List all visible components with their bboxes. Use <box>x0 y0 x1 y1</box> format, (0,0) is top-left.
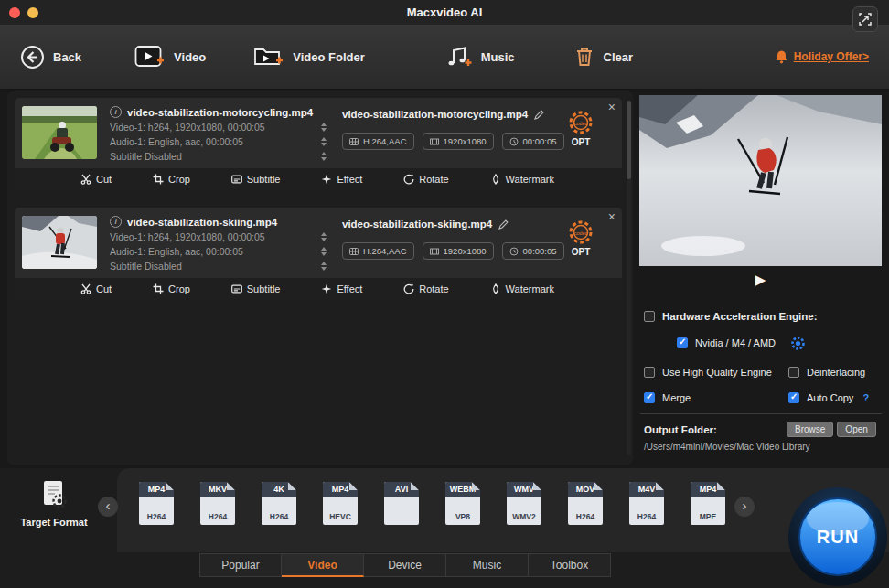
format-avi[interactable]: AVI <box>377 482 426 525</box>
window-controls <box>9 7 38 18</box>
crop-button[interactable]: Crop <box>153 283 190 294</box>
format-list: MP4H264 MKVH264 4KH264 MP4HEVC AVI WEBMV… <box>132 482 733 525</box>
effect-button[interactable]: Effect <box>321 174 362 185</box>
trash-icon <box>573 45 595 69</box>
format-4k-h264[interactable]: 4KH264 <box>254 482 304 525</box>
film-icon <box>430 137 439 146</box>
merge-label: Merge <box>662 392 691 403</box>
scroll-formats-right-button[interactable]: › <box>734 497 755 517</box>
add-music-icon <box>445 45 473 69</box>
gpu-settings-gear-icon[interactable] <box>790 336 806 351</box>
run-button-ring: RUN <box>788 487 887 586</box>
clear-button[interactable]: Clear <box>573 45 634 69</box>
effect-button[interactable]: Effect <box>321 283 362 294</box>
screen-capture-icon[interactable] <box>852 6 878 32</box>
rotate-button[interactable]: Rotate <box>403 283 448 294</box>
add-video-label: Video <box>174 50 206 64</box>
format-wmv-wmv2[interactable]: WMVWMV2 <box>499 482 549 525</box>
tab-popular[interactable]: Popular <box>199 553 282 577</box>
clock-icon <box>509 137 519 146</box>
add-video-button[interactable]: Video <box>134 45 206 69</box>
watermark-button[interactable]: Watermark <box>490 283 554 294</box>
cut-button[interactable]: Cut <box>80 174 112 185</box>
format-webm-vp8[interactable]: WEBMVP8 <box>438 482 487 525</box>
format-mkv-h264[interactable]: MKVH264 <box>193 482 242 525</box>
audio-track-stepper[interactable] <box>321 137 329 146</box>
codec-grid-icon <box>349 137 359 146</box>
format-mp4-hevc[interactable]: MP4HEVC <box>316 482 365 525</box>
back-button[interactable]: Back <box>20 45 81 69</box>
add-video-folder-button[interactable]: Video Folder <box>253 45 365 69</box>
svg-text:codec: codec <box>574 121 588 126</box>
info-icon[interactable]: i <box>110 106 122 118</box>
video-preview[interactable] <box>639 95 882 266</box>
run-button[interactable]: RUN <box>798 497 877 576</box>
holiday-offer-link[interactable]: Holiday Offer> <box>775 49 869 64</box>
scrollbar-handle[interactable] <box>627 101 631 179</box>
format-mp4-mpe[interactable]: MP4MPE <box>683 482 733 525</box>
tab-popular-label: Popular <box>221 559 259 572</box>
audio-track-label: Audio-1: English, aac, 00:00:05 <box>110 136 243 147</box>
watermark-button[interactable]: Watermark <box>490 174 554 185</box>
resolution-chip: 1920x1080 <box>423 242 494 260</box>
auto-copy-checkbox[interactable] <box>788 392 799 403</box>
quality-row: Use High Quality Engine Deinterlacing <box>644 365 884 380</box>
remove-file-button[interactable]: × <box>608 101 616 113</box>
codec-chip: H.264,AAC <box>342 133 414 150</box>
play-button[interactable]: ▶ <box>755 272 766 288</box>
subtitle-button[interactable]: Subtitle <box>231 174 281 185</box>
rename-pencil-icon[interactable] <box>534 110 544 120</box>
format-mov-h264[interactable]: MOVH264 <box>561 482 610 525</box>
audio-track-stepper[interactable] <box>321 247 329 256</box>
video-track-stepper[interactable] <box>321 232 329 241</box>
clear-label: Clear <box>604 50 634 64</box>
codec-chip: H.264,AAC <box>342 242 414 260</box>
gpu-checkbox[interactable] <box>677 337 688 348</box>
merge-checkbox[interactable] <box>644 392 655 403</box>
tab-device[interactable]: Device <box>364 553 446 577</box>
file-card-motorcycling: i video-stabilization-motorcycling.mp4 V… <box>15 98 622 189</box>
opt-label: OPT <box>560 247 602 257</box>
hardware-engine-checkbox[interactable] <box>644 311 655 322</box>
opt-codec-button[interactable]: codec OPT <box>560 109 602 147</box>
source-info: i video-stabilization-motorcycling.mp4 V… <box>110 106 329 162</box>
crop-label: Crop <box>168 283 190 294</box>
crop-button[interactable]: Crop <box>153 174 190 185</box>
resolution-chip: 1920x1080 <box>423 133 494 150</box>
scroll-formats-left-button[interactable]: ‹ <box>98 497 118 517</box>
bell-icon <box>775 49 788 64</box>
help-icon[interactable]: ? <box>862 392 869 403</box>
subtitle-track-stepper[interactable] <box>321 262 329 271</box>
rename-pencil-icon[interactable] <box>498 219 509 230</box>
minimize-window-button[interactable] <box>27 7 38 18</box>
deinterlacing-checkbox[interactable] <box>788 367 799 378</box>
duration-value: 00:00:05 <box>523 136 557 146</box>
browse-button[interactable]: Browse <box>787 422 833 437</box>
format-m4v-h264[interactable]: M4VH264 <box>622 482 671 525</box>
preview-controls: ▶ <box>639 272 882 288</box>
subtitle-track-stepper[interactable] <box>321 152 329 161</box>
rotate-button[interactable]: Rotate <box>403 174 448 185</box>
scrollbar[interactable] <box>627 101 631 455</box>
back-arrow-icon <box>20 45 45 69</box>
open-button[interactable]: Open <box>837 422 875 437</box>
video-track-stepper[interactable] <box>321 123 329 132</box>
edit-actions-bar: Cut Crop Subtitle Effect Rotate Watermar… <box>15 168 622 189</box>
format-mp4-h264[interactable]: MP4H264 <box>132 482 181 525</box>
opt-label: OPT <box>560 137 602 147</box>
add-music-button[interactable]: Music <box>445 45 515 69</box>
high-quality-checkbox[interactable] <box>644 367 655 378</box>
opt-codec-button[interactable]: codec OPT <box>560 219 602 257</box>
info-icon[interactable]: i <box>110 216 122 228</box>
tab-toolbox[interactable]: Toolbox <box>529 553 611 577</box>
tab-device-label: Device <box>388 559 422 572</box>
tab-video[interactable]: Video <box>282 553 364 577</box>
subtitle-button[interactable]: Subtitle <box>231 283 281 294</box>
video-thumbnail[interactable] <box>22 106 97 159</box>
gpu-label: Nvidia / M4 / AMD <box>695 337 776 348</box>
cut-button[interactable]: Cut <box>80 283 112 294</box>
close-window-button[interactable] <box>9 7 20 18</box>
tab-music[interactable]: Music <box>446 553 529 577</box>
remove-file-button[interactable]: × <box>608 210 616 223</box>
video-thumbnail[interactable] <box>22 216 97 269</box>
